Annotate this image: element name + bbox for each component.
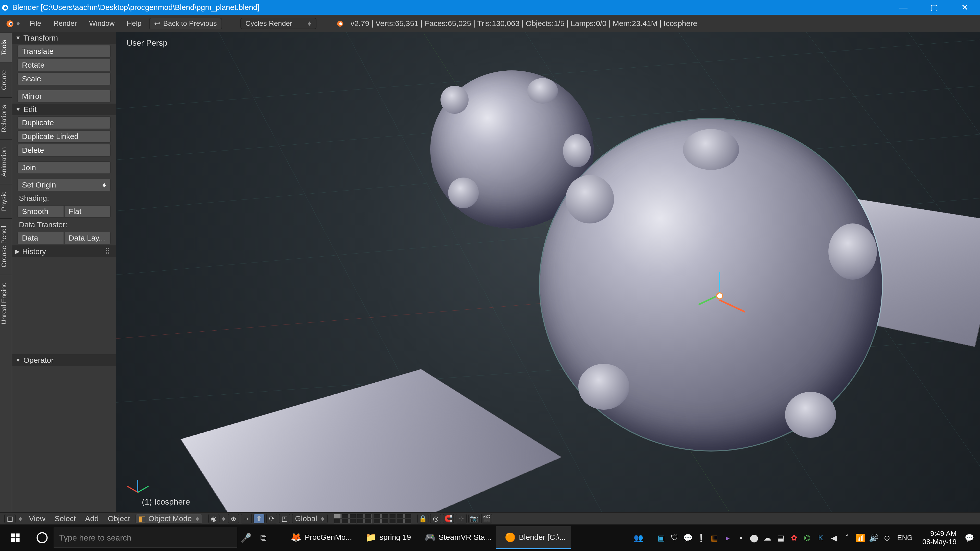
- menu-help[interactable]: Help: [121, 19, 148, 27]
- render-engine-dropdown[interactable]: Cycles Render ♦: [240, 18, 317, 29]
- tray-alert-icon[interactable]: ❕: [695, 532, 707, 543]
- snap-element-dropdown[interactable]: ⊹: [455, 514, 467, 524]
- mirror-button[interactable]: Mirror: [18, 90, 111, 103]
- window-maximize-button[interactable]: ▢: [919, 0, 950, 15]
- 3d-viewport[interactable]: User Persp (1) Icosphere: [116, 32, 980, 512]
- epic-games-icon[interactable]: ▪: [735, 532, 746, 543]
- menu-file[interactable]: File: [24, 19, 47, 27]
- screen-layout-caret-icon[interactable]: ♦: [15, 19, 24, 27]
- tray-app-icon[interactable]: ▣: [655, 532, 667, 543]
- snap-toggle[interactable]: 🧲: [443, 514, 454, 524]
- tab-physics[interactable]: Physic: [0, 184, 12, 218]
- editor-type-dropdown[interactable]: ◫: [4, 514, 16, 524]
- back-to-previous-button[interactable]: ↩ Back to Previous: [149, 18, 222, 29]
- data-transfer-data-button[interactable]: Data: [18, 232, 64, 245]
- task-view-button[interactable]: ⧉: [256, 530, 271, 545]
- steam-icon[interactable]: ⬤: [749, 532, 760, 543]
- orientation-dropdown[interactable]: Global ♦: [292, 514, 328, 524]
- onedrive-icon[interactable]: ☁: [762, 532, 773, 543]
- tray-app-icon[interactable]: ⌬: [802, 532, 813, 543]
- action-center-icon[interactable]: 💬: [964, 532, 975, 543]
- opengl-render-button[interactable]: 📷: [468, 514, 479, 524]
- svg-rect-22: [11, 538, 15, 542]
- mic-icon[interactable]: 🎤: [239, 530, 254, 545]
- shading-flat-button[interactable]: Flat: [64, 205, 111, 218]
- layer-buttons-group-2[interactable]: [374, 514, 411, 524]
- dropdown-caret-icon: ♦: [16, 514, 24, 523]
- data-transfer-layout-button[interactable]: Data Lay...: [64, 232, 111, 245]
- window-minimize-button[interactable]: —: [888, 0, 919, 15]
- set-origin-dropdown[interactable]: Set Origin♦: [18, 179, 111, 191]
- edit-panel-header[interactable]: ▼Edit: [12, 103, 116, 115]
- duplicate-button[interactable]: Duplicate: [18, 116, 111, 129]
- tray-expand-icon[interactable]: ˄: [842, 532, 853, 543]
- taskbar-search-input[interactable]: Type here to search: [54, 527, 237, 548]
- tray-app-icon[interactable]: ▦: [709, 532, 720, 543]
- cortana-button[interactable]: [30, 531, 54, 545]
- layer-buttons-group-1[interactable]: [334, 514, 372, 524]
- object-menu[interactable]: Object: [103, 514, 135, 523]
- dropbox-icon[interactable]: ⬓: [775, 532, 786, 543]
- transform-gizmo[interactable]: [698, 275, 739, 315]
- tab-tools[interactable]: Tools: [0, 32, 12, 62]
- tab-relations[interactable]: Relations: [0, 97, 12, 140]
- proportional-edit-button[interactable]: ◎: [430, 514, 441, 524]
- start-button[interactable]: [0, 533, 30, 543]
- taskbar-app-firefox[interactable]: 🦊 ProcGenMo...: [282, 526, 357, 549]
- operator-panel-header[interactable]: ▼Operator: [12, 354, 116, 366]
- manipulator-toggle[interactable]: ↔: [241, 514, 252, 524]
- tray-app-icon[interactable]: ✿: [788, 532, 800, 543]
- taskbar-clock[interactable]: 9:49 AM 08-May-19: [917, 530, 962, 546]
- defender-icon[interactable]: 🛡: [669, 532, 680, 543]
- opengl-anim-button[interactable]: 🎬: [481, 514, 492, 524]
- tray-app-icon[interactable]: ▸: [722, 532, 733, 543]
- toolshelf-tabs: Tools Create Relations Animation Physic …: [0, 32, 12, 512]
- tab-unreal-engine[interactable]: Unreal Engine: [0, 275, 12, 332]
- taskbar-app-steamvr[interactable]: 🎮 SteamVR Sta...: [416, 526, 496, 549]
- svg-rect-20: [11, 534, 15, 537]
- volume-icon[interactable]: 🔊: [868, 532, 879, 543]
- tray-app-icon[interactable]: ⊙: [881, 532, 892, 543]
- mode-label: Object Mode: [148, 514, 192, 523]
- tray-k-icon[interactable]: K: [815, 532, 826, 543]
- window-close-button[interactable]: ✕: [950, 0, 980, 15]
- language-indicator[interactable]: ENG: [894, 532, 915, 543]
- select-menu[interactable]: Select: [50, 514, 80, 523]
- delete-button[interactable]: Delete: [18, 144, 111, 157]
- wifi-icon[interactable]: 📶: [855, 532, 866, 543]
- menu-window[interactable]: Window: [83, 19, 121, 27]
- taskbar-app-explorer[interactable]: 📁 spring 19: [357, 526, 416, 549]
- blender-logo-icon[interactable]: [3, 17, 15, 30]
- tray-arrow-icon[interactable]: ◀: [828, 532, 839, 543]
- translate-button[interactable]: Translate: [18, 45, 111, 58]
- taskbar-app-label: ProcGenMo...: [305, 533, 352, 541]
- shading-smooth-button[interactable]: Smooth: [18, 205, 64, 218]
- mode-dropdown[interactable]: ◧ Object Mode ♦: [135, 514, 202, 524]
- viewport-object-label: (1) Icosphere: [142, 497, 190, 507]
- gizmo-z-axis[interactable]: [719, 272, 720, 295]
- gizmo-origin-icon[interactable]: [716, 292, 723, 300]
- rotate-button[interactable]: Rotate: [18, 59, 111, 71]
- taskbar-app-blender[interactable]: 🟠 Blender [C:\...: [496, 526, 571, 549]
- shading-mode-solid-button[interactable]: ◉: [208, 514, 220, 524]
- transform-panel-header[interactable]: ▼Transform: [12, 32, 116, 44]
- duplicate-linked-button[interactable]: Duplicate Linked: [18, 130, 111, 143]
- manipulator-scale-button[interactable]: ◰: [279, 514, 290, 524]
- menu-render[interactable]: Render: [47, 19, 83, 27]
- lock-camera-button[interactable]: 🔒: [417, 514, 428, 524]
- manipulator-translate-button[interactable]: ⇧: [253, 514, 265, 524]
- add-menu[interactable]: Add: [80, 514, 103, 523]
- firefox-icon: 🦊: [288, 530, 304, 545]
- tab-animation[interactable]: Animation: [0, 140, 12, 184]
- tab-create[interactable]: Create: [0, 62, 12, 97]
- join-button[interactable]: Join: [18, 161, 111, 174]
- history-panel-header[interactable]: ▶History⠿: [12, 245, 116, 257]
- tab-grease-pencil[interactable]: Grease Pencil: [0, 218, 12, 275]
- pivot-dropdown[interactable]: ⊕: [228, 514, 239, 524]
- tray-chat-icon[interactable]: 💬: [682, 532, 694, 543]
- scale-button[interactable]: Scale: [18, 73, 111, 85]
- people-icon[interactable]: 👥: [633, 532, 644, 543]
- manipulator-rotate-button[interactable]: ⟳: [266, 514, 277, 524]
- render-engine-label: Cycles Render: [245, 19, 293, 27]
- view-menu[interactable]: View: [24, 514, 50, 523]
